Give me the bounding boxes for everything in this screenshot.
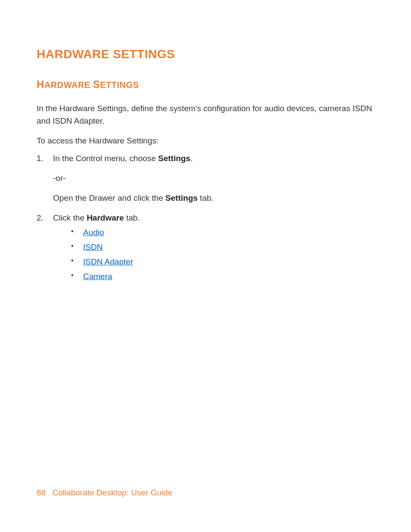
list-item: ISDN — [53, 240, 374, 255]
step-bold: Settings — [158, 154, 190, 163]
step-text: Click the — [53, 213, 87, 222]
step-text: . — [190, 154, 193, 163]
step-2: 2. Click the Hardware tab. Audio ISDN IS… — [37, 211, 374, 284]
step-number: 1. — [37, 152, 44, 165]
drawer-text: Open the Drawer and click the — [53, 193, 165, 202]
intro-paragraph: In the Hardware Settings, define the sys… — [37, 103, 374, 127]
document-page: HARDWARE SETTINGS HARDWARE SETTINGS In t… — [0, 0, 411, 284]
hardware-links-list: Audio ISDN ISDN Adapter Camera — [53, 225, 374, 284]
link-isdn-adapter[interactable]: ISDN Adapter — [83, 257, 133, 266]
list-item: ISDN Adapter — [53, 255, 374, 269]
h2-part: S — [93, 78, 100, 90]
h2-part: ETTINGS — [100, 80, 139, 90]
section-title-h2: HARDWARE SETTINGS — [37, 78, 374, 90]
page-title-h1: HARDWARE SETTINGS — [37, 47, 374, 61]
drawer-line: Open the Drawer and click the Settings t… — [37, 191, 374, 205]
drawer-text: tab. — [198, 193, 214, 202]
link-camera[interactable]: Camera — [83, 272, 112, 281]
access-line: To access the Hardware Settings: — [37, 135, 374, 147]
step-1: 1. In the Control menu, choose Settings. — [37, 152, 374, 165]
page-number: 88 — [37, 488, 46, 497]
link-isdn[interactable]: ISDN — [83, 243, 103, 252]
step-text: tab. — [124, 213, 140, 222]
link-audio[interactable]: Audio — [83, 228, 104, 237]
h2-part: H — [37, 78, 44, 90]
or-text: -or- — [37, 171, 374, 185]
steps-list: 1. In the Control menu, choose Settings. — [37, 152, 374, 165]
h2-part: ARDWARE — [44, 80, 90, 90]
step-number: 2. — [37, 211, 44, 225]
steps-list-2: 2. Click the Hardware tab. Audio ISDN IS… — [37, 211, 374, 284]
step-text: In the Control menu, choose — [53, 154, 158, 163]
drawer-bold: Settings — [165, 193, 198, 202]
list-item: Audio — [53, 225, 374, 240]
page-footer: 88 Collaborate Desktop: User Guide — [37, 488, 172, 498]
step-bold: Hardware — [87, 213, 124, 222]
list-item: Camera — [53, 269, 374, 284]
footer-doc-title: Collaborate Desktop: User Guide — [52, 488, 172, 497]
